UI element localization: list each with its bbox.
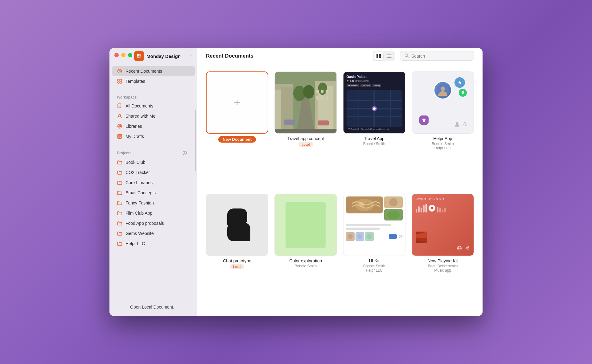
sidebar-item-libraries[interactable]: Libraries — [112, 121, 195, 131]
new-document-info: New Document — [206, 136, 268, 143]
uikit-info: UI Kit Bonnie Smith Helpr LLC — [343, 258, 405, 273]
sidebar-item-templates[interactable]: Templates — [112, 76, 195, 86]
svg-rect-27 — [379, 56, 381, 58]
svg-point-82 — [367, 234, 372, 239]
svg-point-16 — [119, 126, 120, 127]
svg-rect-5 — [118, 79, 120, 81]
sidebar-item-email[interactable]: Email Concepts — [112, 188, 195, 198]
sidebar-item-core-libs[interactable]: Core Libraries — [112, 178, 195, 188]
travel-concept-info: Travel app concept Local — [274, 136, 337, 147]
svg-rect-25 — [379, 54, 381, 56]
traffic-light-yellow[interactable] — [121, 53, 125, 57]
travel-app-card[interactable]: Oasis Palace ★ 4.41(58 reviews) 3 Bedroo… — [343, 71, 405, 186]
svg-rect-84 — [432, 207, 433, 209]
sidebar-item-fancy[interactable]: Fancy Fashion — [112, 198, 195, 208]
svg-point-41 — [303, 85, 314, 99]
svg-rect-6 — [120, 79, 122, 81]
now-playing-thumbnail: Now Playing Kit — [412, 194, 474, 256]
view-toggle — [373, 51, 395, 61]
new-document-card[interactable]: + New Document — [206, 71, 268, 186]
grid-view-button[interactable] — [374, 52, 383, 60]
sidebar-scrollbar[interactable] — [195, 110, 196, 171]
helpr-thumbnail — [412, 71, 474, 134]
sidebar-footer: Open Local Document... — [109, 298, 197, 316]
svg-line-32 — [408, 56, 409, 58]
divider-1 — [114, 89, 192, 89]
ui-kit-card[interactable]: ⟳ UI Kit Bonnie Smith Helpr LLC — [343, 194, 405, 309]
sidebar-item-recent[interactable]: Recent Documents — [112, 66, 195, 76]
svg-point-65 — [464, 122, 466, 124]
page-title: Recent Documents — [206, 53, 368, 59]
svg-rect-1 — [139, 54, 141, 56]
svg-rect-0 — [137, 54, 139, 56]
travel-app-info: Travel App Bonnie Smith — [343, 136, 405, 146]
person-icon — [117, 113, 122, 119]
svg-rect-2 — [137, 56, 139, 58]
folder-icon-4 — [117, 190, 122, 196]
svg-point-60 — [373, 107, 376, 110]
travel-concept-thumbnail — [274, 71, 337, 134]
svg-rect-3 — [139, 56, 141, 58]
svg-point-76 — [387, 211, 400, 219]
sidebar-item-drafts[interactable]: My Drafts — [112, 131, 195, 141]
color-exploration-card[interactable]: Color exploration Bonnie Smith — [274, 194, 337, 309]
folder-icon-5 — [117, 200, 122, 206]
folder-icon — [117, 160, 122, 165]
sidebar-item-gems[interactable]: Gems Website — [112, 229, 195, 238]
grid-icon — [117, 79, 122, 84]
open-local-button[interactable]: Open Local Document... — [112, 302, 195, 312]
sidebar-nav: Recent Documents Templates Workspace — [109, 64, 197, 298]
chat-prototype-card[interactable]: Chat prototype Local — [206, 194, 268, 309]
templates-label: Templates — [125, 79, 145, 84]
helpr-app-card[interactable]: Helpr App Bonnie Smith Helpr LLC — [412, 71, 474, 186]
svg-rect-24 — [376, 54, 378, 56]
svg-rect-43 — [316, 90, 319, 93]
workspace-name: Monday Design — [146, 54, 187, 59]
now-playing-card[interactable]: Now Playing Kit — [412, 194, 474, 309]
list-view-button[interactable] — [384, 52, 394, 60]
helpr-purple-icon — [419, 115, 429, 125]
travel-app-thumbnail: Oasis Palace ★ 4.41(58 reviews) 3 Bedroo… — [343, 71, 405, 134]
pause-button[interactable] — [429, 205, 435, 212]
traffic-light-red[interactable] — [114, 53, 119, 57]
core-libs-label: Core Libraries — [125, 180, 153, 185]
search-bar — [400, 51, 474, 61]
fancy-label: Fancy Fashion — [125, 200, 154, 205]
sidebar-header: Monday Design ⌃ — [109, 48, 197, 64]
folder-icon-3 — [117, 180, 122, 185]
chat-thumbnail — [206, 194, 268, 256]
main-header: Recent Documents — [197, 48, 483, 64]
svg-rect-83 — [431, 207, 432, 209]
search-input[interactable] — [411, 54, 467, 59]
svg-rect-7 — [118, 82, 120, 83]
sidebar-item-film[interactable]: Film Club App — [112, 208, 195, 218]
helpr-green-icon — [459, 89, 467, 97]
sidebar-item-food[interactable]: Food App proposals — [112, 218, 195, 228]
share-icon — [465, 246, 470, 252]
libraries-label: Libraries — [125, 124, 142, 129]
sidebar-item-helpr[interactable]: Helpr LLC — [112, 239, 195, 249]
sidebar-item-shared[interactable]: Shared with Me — [112, 111, 195, 121]
svg-point-63 — [462, 92, 463, 93]
sidebar-item-book-club[interactable]: Book Club — [112, 157, 195, 167]
svg-point-74 — [389, 198, 397, 206]
helpr-blue-icon — [454, 77, 465, 88]
document-icon — [117, 103, 122, 109]
svg-point-80 — [357, 234, 362, 239]
travel-app-concept-card[interactable]: Travel app concept Local — [274, 71, 337, 186]
svg-rect-26 — [376, 56, 378, 58]
svg-rect-45 — [326, 90, 328, 93]
email-label: Email Concepts — [125, 190, 156, 195]
search-icon — [405, 53, 409, 59]
globe-icon — [457, 246, 462, 252]
traffic-light-green[interactable] — [128, 53, 132, 57]
helpr-label: Helpr LLC — [125, 241, 145, 246]
food-label: Food App proposals — [125, 221, 164, 226]
add-project-button[interactable] — [182, 150, 187, 156]
folder-icon-8 — [117, 231, 122, 236]
divider-2 — [114, 144, 192, 144]
svg-rect-47 — [321, 96, 323, 99]
new-document-thumbnail: + — [206, 71, 268, 134]
sidebar-item-all-docs[interactable]: All Documents — [112, 101, 195, 111]
sidebar-item-co2[interactable]: CO2 Tracker — [112, 168, 195, 177]
